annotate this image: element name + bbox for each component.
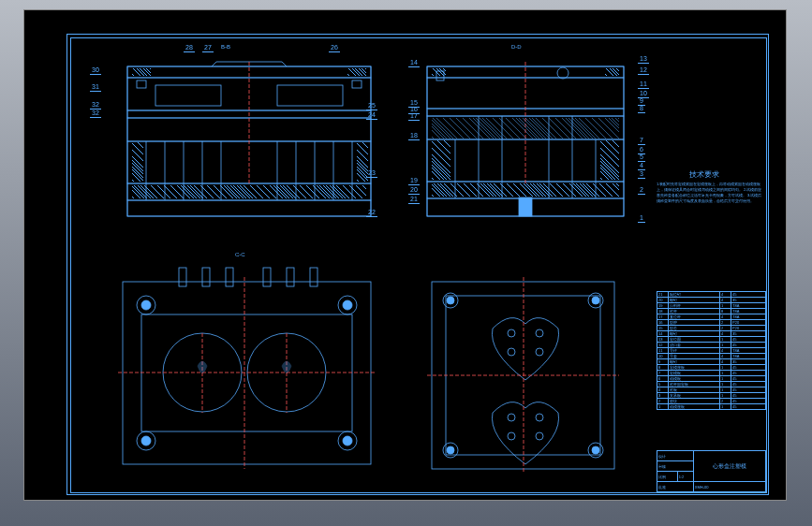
balloon-12: 12 [638, 66, 649, 75]
svg-rect-58 [263, 268, 271, 286]
balloon-3: 3 [638, 170, 645, 179]
parts-row: 1动模座板145 [657, 404, 766, 410]
section-label-c: C-C [235, 252, 245, 257]
balloon-28: 28 [184, 44, 195, 52]
balloon-22: 22 [366, 209, 377, 217]
svg-point-52 [343, 436, 352, 446]
tb-scale-label: 比例 [657, 472, 678, 482]
svg-rect-40 [519, 197, 532, 216]
balloon-21: 21 [408, 196, 420, 204]
drawing-frame: B-B [66, 34, 769, 495]
tb-drawing-no: XMH-00 [693, 482, 765, 492]
svg-point-50 [343, 300, 352, 310]
svg-point-81 [508, 432, 515, 440]
balloon-24: 24 [366, 111, 377, 120]
balloon-19: 19 [408, 177, 420, 185]
svg-point-51 [141, 436, 151, 446]
balloon-4: 4 [638, 162, 645, 170]
balloon-7: 7 [638, 137, 645, 145]
svg-point-77 [508, 348, 515, 356]
svg-rect-55 [179, 268, 186, 286]
tb-drawing-name: 心形盒注塑模 [693, 451, 765, 482]
tech-req-text: 1.装配时先将定模紧固在定模座板上，再将动模紧固在动模座板上，须保证模具闭合时定… [657, 182, 764, 204]
balloon-32: 32 [90, 110, 101, 118]
inner-border: B-B [70, 37, 767, 493]
balloon-26: 26 [329, 44, 340, 52]
svg-point-79 [508, 414, 515, 421]
balloon-30: 31 [90, 83, 101, 92]
svg-rect-7 [127, 200, 371, 216]
section-label-d: D-D [511, 44, 522, 50]
balloon-13: 13 [638, 55, 649, 64]
svg-point-75 [508, 329, 515, 337]
balloon-11: 11 [638, 80, 649, 89]
title-block: 设计心形盒注塑模 审核 比例1:2 批准XMH-00 [657, 450, 766, 492]
tb-approver: 批准 [657, 482, 694, 492]
balloon-23: 23 [366, 169, 377, 178]
balloon-25: 25 [366, 102, 377, 110]
svg-rect-42 [141, 314, 352, 431]
svg-rect-56 [202, 268, 210, 286]
tb-scale: 1:2 [677, 472, 693, 482]
svg-rect-22 [352, 80, 362, 88]
svg-rect-21 [137, 80, 146, 88]
svg-point-49 [141, 300, 151, 310]
svg-point-82 [536, 432, 543, 440]
balloon-18: 18 [408, 132, 420, 140]
balloon-17: 17 [408, 112, 420, 121]
balloon-14: 14 [408, 59, 420, 67]
svg-rect-57 [226, 268, 233, 286]
balloon-1: 1 [638, 214, 645, 223]
view-top-left [99, 52, 380, 240]
balloon-27: 27 [202, 44, 214, 52]
svg-point-70 [592, 297, 599, 304]
svg-point-71 [447, 446, 454, 454]
svg-rect-41 [123, 282, 371, 464]
balloon-20: 20 [408, 186, 420, 195]
balloon-29: 30 [90, 66, 101, 75]
svg-point-72 [592, 446, 599, 454]
cad-canvas: B-B [23, 9, 787, 501]
balloon-31: 32 [90, 101, 101, 110]
tech-req-title: 技术要求 [689, 169, 719, 180]
view-bottom-right [413, 258, 638, 483]
tb-checker: 审核 [657, 461, 694, 472]
svg-point-69 [447, 297, 454, 304]
view-top-right [408, 52, 642, 240]
balloon-2: 2 [638, 186, 645, 195]
section-label-b: B-B [221, 44, 230, 50]
balloon-8: 8 [638, 105, 645, 113]
svg-rect-10 [277, 85, 343, 106]
svg-point-80 [536, 414, 543, 421]
tb-designer: 设计 [657, 451, 694, 461]
view-bottom-left [99, 258, 390, 483]
svg-point-78 [536, 348, 543, 356]
balloon-5: 5 [638, 153, 645, 162]
svg-rect-60 [310, 268, 317, 286]
svg-point-76 [536, 329, 543, 337]
svg-rect-9 [155, 85, 221, 106]
svg-rect-59 [287, 268, 294, 286]
svg-point-32 [557, 67, 568, 79]
parts-list-table: 21限位钉44520螺钉43519拉料杆1T8A18推杆8T8A17复位杆4T8… [657, 291, 766, 410]
